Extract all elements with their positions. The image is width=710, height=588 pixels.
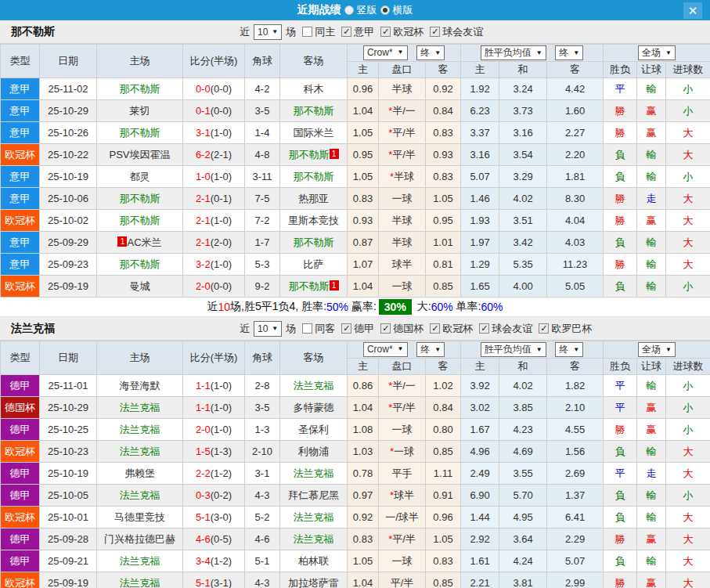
result-wdl: 負 bbox=[604, 485, 637, 507]
league-badge: 德甲 bbox=[1, 550, 40, 572]
checkbox-球会友谊[interactable]: ✓ bbox=[430, 27, 440, 37]
home-team: 那不勒斯 bbox=[97, 188, 183, 210]
result-goals: 大 bbox=[666, 528, 710, 550]
handicap-text: 一球 bbox=[392, 280, 413, 292]
col-score: 比分(半场) bbox=[183, 341, 245, 375]
odds-away: 0.93 bbox=[426, 144, 461, 166]
result-wdl: 勝 bbox=[604, 210, 637, 232]
checkbox-意甲[interactable]: ✓ bbox=[341, 27, 351, 37]
match-count-select[interactable]: 10▼ bbox=[254, 24, 282, 40]
stats-summary: 近10场,胜5平1负4, 胜率:50% 赢率:30% 大:60% 单率:60% bbox=[0, 298, 710, 317]
checkbox-欧罗巴杯[interactable]: ✓ bbox=[539, 323, 549, 334]
avg-stage-select[interactable]: 终▼ bbox=[555, 342, 583, 357]
avg-type-select[interactable]: 胜平负均值▼ bbox=[481, 342, 546, 357]
avg-draw: 3.54 bbox=[499, 144, 547, 166]
close-icon[interactable]: ✕ bbox=[683, 2, 702, 19]
match-date: 25-09-28 bbox=[40, 528, 97, 550]
radio-selected-icon[interactable] bbox=[380, 5, 390, 15]
team-name: 利物浦 bbox=[298, 446, 329, 457]
scope-select[interactable]: 全场▼ bbox=[638, 342, 676, 357]
bookmaker-select[interactable]: Crow*▼ bbox=[363, 342, 408, 357]
corner-score: 1-3 bbox=[245, 419, 280, 441]
team-name: 里斯本竞技 bbox=[288, 215, 339, 226]
checkbox-德国杯[interactable]: ✓ bbox=[380, 323, 391, 334]
odds-stage-select[interactable]: 终▼ bbox=[416, 45, 445, 60]
avg-lose: 6.41 bbox=[547, 507, 604, 528]
home-team: 法兰克福 bbox=[97, 485, 183, 507]
corner-score: 5-3 bbox=[245, 254, 280, 276]
fulltime-score: 1-0 bbox=[196, 171, 211, 182]
avg-lose: 1.82 bbox=[547, 375, 604, 397]
checkbox-label: 德甲 bbox=[354, 322, 374, 336]
league-badge: 欧冠杯 bbox=[1, 572, 40, 588]
result-wdl: 平 bbox=[604, 78, 637, 100]
match-row: 德甲25-10-19弗赖堡2-2(1-2)3-1法兰克福0.78平手1.112.… bbox=[1, 463, 710, 485]
checkbox-同客[interactable] bbox=[302, 323, 312, 334]
match-row: 意甲25-10-29莱切0-1(0-0)3-5那不勒斯1.04*半/一0.846… bbox=[1, 100, 710, 122]
avg-draw: 3.73 bbox=[499, 100, 547, 122]
match-count-value: 10 bbox=[258, 27, 268, 38]
match-count-select[interactable]: 10▼ bbox=[254, 321, 282, 337]
score: 2-0(1-0) bbox=[183, 419, 245, 441]
fulltime-score: 0-3 bbox=[196, 489, 211, 501]
handicap: *平/半 bbox=[379, 122, 426, 144]
result-wdl: 勝 bbox=[604, 100, 637, 122]
window-title: 近期战绩 bbox=[297, 3, 341, 17]
checkbox-同主[interactable] bbox=[302, 27, 312, 37]
team-name: 国际米兰 bbox=[294, 127, 334, 139]
odds-stage-select[interactable]: 终▼ bbox=[416, 342, 445, 357]
away-team: 法兰克福 bbox=[280, 528, 348, 550]
bookmaker-select[interactable]: Crow*▼ bbox=[363, 45, 408, 60]
result-goals: 大 bbox=[666, 232, 710, 254]
away-team: 法兰克福 bbox=[280, 507, 348, 528]
col-avg-draw: 和 bbox=[499, 359, 547, 375]
fulltime-score: 2-2 bbox=[196, 467, 211, 479]
checkbox-欧冠杯[interactable]: ✓ bbox=[430, 323, 440, 334]
match-row: 意甲25-10-26那不勒斯3-1(1-0)1-4国际米兰1.05*平/半0.8… bbox=[1, 122, 710, 144]
col-odds-away: 客 bbox=[426, 62, 461, 78]
scope-select[interactable]: 全场▼ bbox=[638, 45, 676, 60]
checkbox-德甲[interactable]: ✓ bbox=[341, 323, 351, 334]
fulltime-score: 3-4 bbox=[196, 555, 211, 567]
avg-type-select[interactable]: 胜平负均值▼ bbox=[481, 45, 546, 60]
odds-away: 0.84 bbox=[426, 397, 461, 419]
score: 5-1(3-0) bbox=[183, 507, 245, 528]
avg-win: 2.21 bbox=[461, 572, 499, 588]
col-home: 主场 bbox=[97, 341, 183, 375]
checkbox-欧冠杯[interactable]: ✓ bbox=[380, 27, 391, 37]
away-team: 柏林联 bbox=[280, 550, 348, 572]
team-name: 科木 bbox=[304, 83, 324, 95]
col-result-handicap: 让球 bbox=[637, 62, 666, 78]
handicap-text: 平/半 bbox=[392, 127, 416, 139]
layout-option-horizontal[interactable]: 横版 bbox=[380, 3, 413, 17]
radio-icon[interactable] bbox=[344, 5, 354, 15]
league-badge: 欧冠杯 bbox=[1, 276, 40, 298]
match-date: 25-10-02 bbox=[40, 210, 97, 232]
odds-away: 0.81 bbox=[426, 254, 461, 276]
result-handicap: 赢 bbox=[637, 122, 666, 144]
result-wdl: 負 bbox=[604, 550, 637, 572]
halftime-score: (1-0) bbox=[211, 380, 232, 391]
result-goals: 大 bbox=[666, 254, 710, 276]
halftime-score: (0-0) bbox=[211, 280, 232, 292]
col-avg-away: 客 bbox=[547, 359, 604, 375]
col-date: 日期 bbox=[40, 45, 97, 78]
avg-stage-select[interactable]: 终▼ bbox=[555, 45, 583, 60]
corner-score: 3-5 bbox=[245, 397, 280, 419]
team-name: 圣保利 bbox=[298, 424, 329, 435]
avg-win: 1.44 bbox=[461, 507, 499, 528]
team-name: 曼城 bbox=[130, 280, 150, 292]
result-wdl: 負 bbox=[604, 276, 637, 298]
layout-option-vertical[interactable]: 竖版 bbox=[344, 3, 377, 17]
fulltime-score: 5-1 bbox=[196, 577, 211, 588]
checkbox-label: 欧罗巴杯 bbox=[551, 322, 592, 336]
checkbox-球会友谊[interactable]: ✓ bbox=[479, 323, 489, 334]
section-header: 那不勒斯 近10▼场同主✓意甲✓欧冠杯✓球会友谊 bbox=[0, 20, 710, 44]
red-number-badge: 1 bbox=[117, 236, 127, 247]
col-result-wdl: 胜负 bbox=[604, 359, 637, 375]
match-row: 德甲25-10-05法兰克福0-3(0-2)4-3拜仁慕尼黑0.97*球半0.9… bbox=[1, 485, 710, 507]
avg-lose: 11.23 bbox=[547, 254, 604, 276]
odds-home: 1.05 bbox=[348, 550, 379, 572]
result-wdl: 勝 bbox=[604, 122, 637, 144]
odds-home: 0.96 bbox=[348, 78, 379, 100]
